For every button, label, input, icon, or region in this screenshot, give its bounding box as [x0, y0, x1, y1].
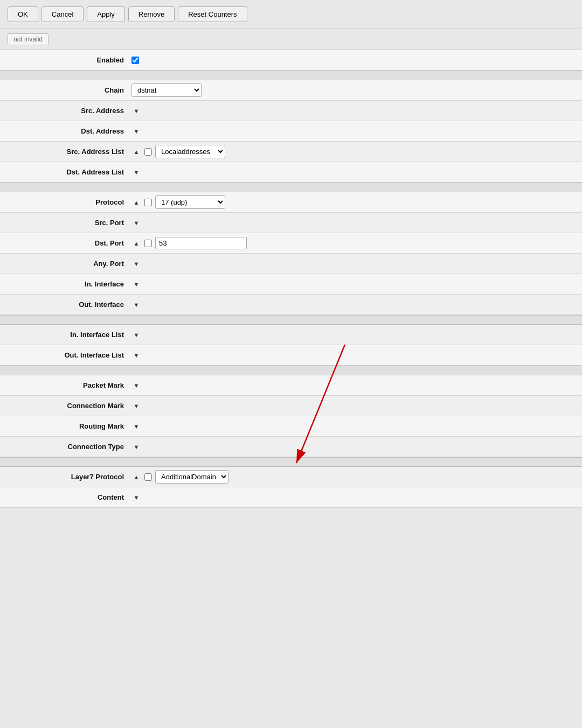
in-interface-list-label: In. Interface List — [8, 331, 131, 339]
out-interface-control — [131, 300, 574, 310]
packet-mark-label: Packet Mark — [8, 381, 131, 389]
out-interface-expand-icon[interactable] — [131, 300, 141, 310]
dst-port-input[interactable] — [155, 237, 247, 249]
connection-type-control — [131, 442, 574, 452]
layer7-protocol-checkbox[interactable] — [144, 473, 152, 481]
in-interface-list-expand-icon[interactable] — [131, 330, 141, 340]
dst-port-expand-icon[interactable] — [131, 239, 141, 248]
enabled-control — [131, 57, 574, 64]
routing-mark-label: Routing Mark — [8, 422, 131, 430]
content-control — [131, 493, 574, 502]
dst-address-list-row: Dst. Address List — [0, 162, 582, 183]
out-interface-list-row: Out. Interface List — [0, 345, 582, 366]
section-separator-4 — [0, 366, 582, 375]
dst-address-list-control — [131, 167, 574, 177]
dst-port-control — [131, 237, 574, 249]
cancel-button[interactable]: Cancel — [41, 6, 84, 22]
out-interface-list-label: Out. Interface List — [8, 351, 131, 359]
in-interface-list-row: In. Interface List — [0, 325, 582, 345]
dst-port-row: Dst. Port — [0, 233, 582, 254]
remove-button[interactable]: Remove — [128, 6, 175, 22]
status-badge: not invalid — [8, 33, 48, 45]
in-interface-list-control — [131, 330, 574, 340]
section-separator-1 — [0, 71, 582, 80]
connection-mark-expand-icon[interactable] — [131, 401, 141, 411]
status-bar: not invalid — [0, 29, 582, 50]
dst-address-row: Dst. Address — [0, 121, 582, 142]
src-port-label: Src. Port — [8, 219, 131, 227]
layer7-protocol-control: AdditionalDomain http ftp — [131, 470, 574, 484]
chain-control: dstnat srcnat forward — [131, 83, 574, 97]
dst-address-label: Dst. Address — [8, 127, 131, 135]
in-interface-row: In. Interface — [0, 274, 582, 295]
chain-row: Chain dstnat srcnat forward — [0, 80, 582, 101]
layer7-protocol-label: Layer7 Protocol — [8, 473, 131, 481]
enabled-label: Enabled — [8, 56, 131, 64]
connection-type-label: Connection Type — [8, 443, 131, 451]
dst-address-control — [131, 127, 574, 136]
chain-label: Chain — [8, 86, 131, 94]
routing-mark-expand-icon[interactable] — [131, 422, 141, 431]
dst-port-checkbox[interactable] — [144, 240, 152, 247]
toolbar: OK Cancel Apply Remove Reset Counters — [0, 0, 582, 29]
section-separator-3 — [0, 315, 582, 325]
connection-type-row: Connection Type — [0, 437, 582, 457]
content-label: Content — [8, 493, 131, 501]
ok-button[interactable]: OK — [8, 6, 38, 22]
connection-mark-label: Connection Mark — [8, 402, 131, 410]
routing-mark-row: Routing Mark — [0, 416, 582, 437]
dst-port-label: Dst. Port — [8, 239, 131, 247]
src-port-expand-icon[interactable] — [131, 218, 141, 228]
src-address-label: Src. Address — [8, 107, 131, 115]
enabled-checkbox[interactable] — [131, 57, 139, 64]
protocol-expand-icon[interactable] — [131, 198, 141, 207]
reset-counters-button[interactable]: Reset Counters — [178, 6, 247, 22]
in-interface-control — [131, 279, 574, 289]
form-area: Enabled Chain dstnat srcnat forward Src.… — [0, 50, 582, 508]
src-address-expand-icon[interactable] — [131, 106, 141, 116]
layer7-protocol-select[interactable]: AdditionalDomain http ftp — [155, 470, 228, 484]
packet-mark-control — [131, 381, 574, 390]
src-port-row: Src. Port — [0, 213, 582, 233]
layer7-protocol-row: Layer7 Protocol AdditionalDomain http ft… — [0, 467, 582, 487]
src-address-list-checkbox[interactable] — [144, 148, 152, 156]
connection-mark-control — [131, 401, 574, 411]
dst-address-list-label: Dst. Address List — [8, 168, 131, 176]
any-port-label: Any. Port — [8, 260, 131, 268]
out-interface-list-expand-icon[interactable] — [131, 351, 141, 360]
content-expand-icon[interactable] — [131, 493, 141, 502]
layer7-protocol-expand-icon[interactable] — [131, 472, 141, 482]
out-interface-list-control — [131, 351, 574, 360]
in-interface-label: In. Interface — [8, 280, 131, 288]
protocol-row: Protocol 17 (udp) 6 (tcp) 1 (icmp) — [0, 192, 582, 213]
content-row: Content — [0, 487, 582, 508]
src-address-list-expand-icon[interactable] — [131, 147, 141, 157]
any-port-expand-icon[interactable] — [131, 259, 141, 269]
protocol-label: Protocol — [8, 198, 131, 206]
packet-mark-expand-icon[interactable] — [131, 381, 141, 390]
apply-button[interactable]: Apply — [87, 6, 125, 22]
protocol-select[interactable]: 17 (udp) 6 (tcp) 1 (icmp) — [155, 195, 225, 209]
enabled-row: Enabled — [0, 50, 582, 71]
any-port-control — [131, 259, 574, 269]
src-address-list-control: Localaddresses — [131, 145, 574, 158]
src-port-control — [131, 218, 574, 228]
section-separator-2 — [0, 183, 582, 192]
connection-mark-row: Connection Mark — [0, 396, 582, 416]
in-interface-expand-icon[interactable] — [131, 279, 141, 289]
out-interface-row: Out. Interface — [0, 295, 582, 315]
section-separator-5 — [0, 457, 582, 467]
dst-address-list-expand-icon[interactable] — [131, 167, 141, 177]
src-address-list-row: Src. Address List Localaddresses — [0, 142, 582, 162]
connection-type-expand-icon[interactable] — [131, 442, 141, 452]
dst-address-expand-icon[interactable] — [131, 127, 141, 136]
any-port-row: Any. Port — [0, 254, 582, 274]
src-address-list-select[interactable]: Localaddresses — [155, 145, 225, 158]
packet-mark-row: Packet Mark — [0, 375, 582, 396]
src-address-list-label: Src. Address List — [8, 148, 131, 156]
routing-mark-control — [131, 422, 574, 431]
protocol-control: 17 (udp) 6 (tcp) 1 (icmp) — [131, 195, 574, 209]
src-address-row: Src. Address — [0, 101, 582, 121]
protocol-checkbox[interactable] — [144, 199, 152, 206]
chain-select[interactable]: dstnat srcnat forward — [131, 83, 202, 97]
